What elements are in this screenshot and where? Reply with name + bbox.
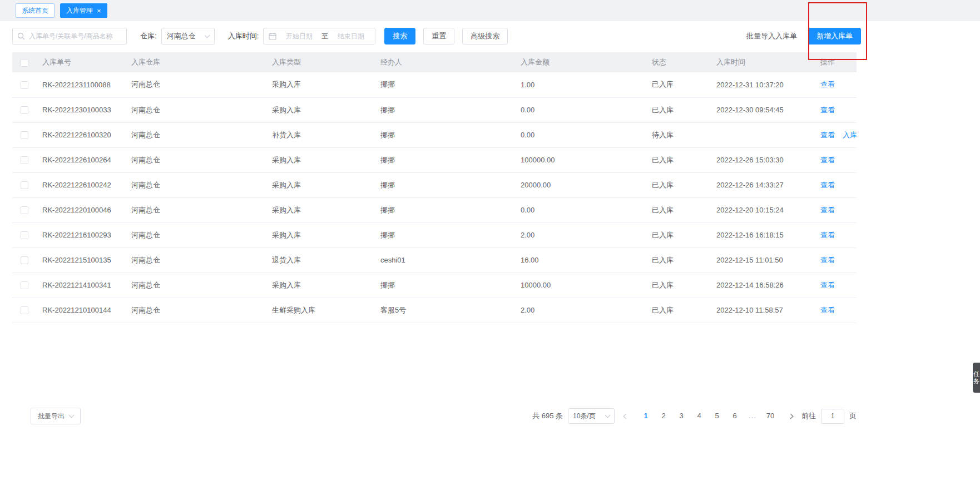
warehouse-select[interactable]: 河南总仓 (161, 28, 215, 44)
pagination-page[interactable]: 3 (674, 409, 689, 423)
batch-export-label: 批量导出 (38, 412, 65, 421)
pagination-page[interactable]: 4 (692, 409, 706, 423)
batch-export-button[interactable]: 批量导出 (31, 408, 81, 424)
warehouse-label: 仓库: (140, 31, 157, 41)
end-date-placeholder[interactable]: 结束日期 (331, 32, 370, 41)
inbound-time-label: 入库时间: (228, 31, 259, 41)
cell-actions: 查看入库 (815, 122, 857, 147)
tab-inbound-management[interactable]: 入库管理 × (60, 3, 107, 18)
cell-warehouse: 河南总仓 (126, 147, 266, 172)
advanced-search-button[interactable]: 高级搜索 (462, 28, 508, 44)
cell-inbound-type: 采购入库 (266, 147, 375, 172)
pagination-page[interactable]: 2 (656, 409, 671, 423)
row-checkbox[interactable] (21, 231, 28, 239)
cell-actions: 查看 (815, 273, 857, 298)
footer-bar: 批量导出 共 695 条 10条/页 123456...70 前往 页 (0, 408, 868, 424)
row-checkbox[interactable] (21, 306, 28, 314)
pagination-ellipsis[interactable]: ... (745, 409, 760, 423)
view-action-link[interactable]: 查看 (820, 306, 835, 314)
row-checkbox[interactable] (21, 81, 28, 89)
table-row: RK-20221230100033河南总仓采购入库挪挪0.00已入库2022-1… (12, 97, 857, 122)
prev-page-button[interactable] (620, 409, 632, 423)
cell-amount: 100000.00 (515, 147, 646, 172)
table-row: RK-20221231100088河南总仓采购入库挪挪1.00已入库2022-1… (12, 72, 857, 97)
cell-order-no: RK-20221220100046 (37, 197, 126, 222)
cell-inbound-type: 采购入库 (266, 222, 375, 248)
search-input[interactable] (28, 32, 126, 41)
total-count: 共 695 条 (532, 411, 563, 421)
inbound-action-link[interactable]: 入库 (843, 131, 857, 139)
row-checkbox[interactable] (21, 206, 28, 214)
cell-operator: 客服5号 (375, 298, 515, 323)
cell-warehouse: 河南总仓 (126, 122, 266, 147)
cell-inbound-type: 采购入库 (266, 72, 375, 97)
table-row: RK-20221214100341河南总仓采购入库挪挪10000.00已入库20… (12, 273, 857, 298)
view-action-link[interactable]: 查看 (820, 181, 835, 189)
chevron-left-icon (623, 413, 628, 419)
column-header: 入库仓库 (126, 52, 266, 72)
cell-warehouse: 河南总仓 (126, 248, 266, 273)
reset-button[interactable]: 重置 (423, 28, 454, 44)
start-date-placeholder[interactable]: 开始日期 (280, 32, 318, 41)
goto-unit: 页 (849, 411, 857, 421)
table-row: RK-20221226100264河南总仓采购入库挪挪100000.00已入库2… (12, 147, 857, 172)
cell-operator: 挪挪 (375, 147, 515, 172)
cell-operator: 挪挪 (375, 122, 515, 147)
task-side-tab[interactable]: 任务 (973, 363, 980, 393)
close-tab-icon[interactable]: × (97, 7, 101, 14)
goto-page-input[interactable] (821, 409, 844, 424)
view-action-link[interactable]: 查看 (820, 231, 835, 239)
view-action-link[interactable]: 查看 (820, 131, 835, 139)
cell-operator: 挪挪 (375, 222, 515, 248)
table-row: RK-20221210100144河南总仓生鲜采购入库客服5号2.00已入库20… (12, 298, 857, 323)
page-size-select[interactable]: 10条/页 (568, 408, 615, 424)
pagination-page[interactable]: 5 (710, 409, 724, 423)
row-checkbox[interactable] (21, 131, 28, 139)
cell-order-no: RK-20221230100033 (37, 97, 126, 122)
cell-time: 2022-12-10 11:58:57 (711, 298, 815, 323)
row-checkbox[interactable] (21, 281, 28, 289)
view-action-link[interactable]: 查看 (820, 206, 835, 214)
pagination-page[interactable]: 70 (763, 409, 778, 423)
cell-order-no: RK-20221231100088 (37, 72, 126, 97)
cell-order-no: RK-20221214100341 (37, 273, 126, 298)
cell-time: 2022-12-20 10:15:24 (711, 197, 815, 222)
row-checkbox[interactable] (21, 106, 28, 114)
view-action-link[interactable]: 查看 (820, 256, 835, 264)
view-action-link[interactable]: 查看 (820, 106, 835, 114)
add-inbound-order-button[interactable]: 新增入库单 (808, 28, 861, 44)
cell-amount: 16.00 (515, 248, 646, 273)
view-action-link[interactable]: 查看 (820, 156, 835, 164)
cell-status: 待入库 (646, 122, 711, 147)
cell-operator: ceshi01 (375, 248, 515, 273)
cell-actions: 查看 (815, 172, 857, 197)
view-action-link[interactable]: 查看 (820, 80, 835, 88)
search-button[interactable]: 搜索 (384, 28, 415, 44)
row-checkbox[interactable] (21, 256, 28, 264)
select-all-checkbox[interactable] (21, 59, 28, 67)
page-size-value: 10条/页 (573, 412, 596, 421)
cell-warehouse: 河南总仓 (126, 273, 266, 298)
row-checkbox[interactable] (21, 181, 28, 189)
cell-amount: 2.00 (515, 298, 646, 323)
tab-system-home[interactable]: 系统首页 (16, 3, 55, 18)
cell-time: 2022-12-26 14:33:27 (711, 172, 815, 197)
cell-time: 2022-12-30 09:54:45 (711, 97, 815, 122)
table-row: RK-20221215100135河南总仓退货入库ceshi0116.00已入库… (12, 248, 857, 273)
tab-label: 系统首页 (22, 6, 48, 16)
column-header: 入库类型 (266, 52, 375, 72)
chevron-down-icon (69, 412, 75, 418)
cell-time: 2022-12-15 11:01:50 (711, 248, 815, 273)
date-range-separator: 至 (321, 32, 328, 41)
pagination-page[interactable]: 1 (639, 409, 653, 423)
view-action-link[interactable]: 查看 (820, 281, 835, 289)
cell-warehouse: 河南总仓 (126, 222, 266, 248)
cell-warehouse: 河南总仓 (126, 298, 266, 323)
row-checkbox[interactable] (21, 156, 28, 164)
next-page-button[interactable] (784, 409, 796, 423)
pagination-page[interactable]: 6 (727, 409, 742, 423)
cell-actions: 查看 (815, 248, 857, 273)
date-range-picker[interactable]: 开始日期 至 结束日期 (263, 28, 375, 44)
batch-import-button[interactable]: 批量导入入库单 (743, 28, 800, 44)
cell-status: 已入库 (646, 197, 711, 222)
